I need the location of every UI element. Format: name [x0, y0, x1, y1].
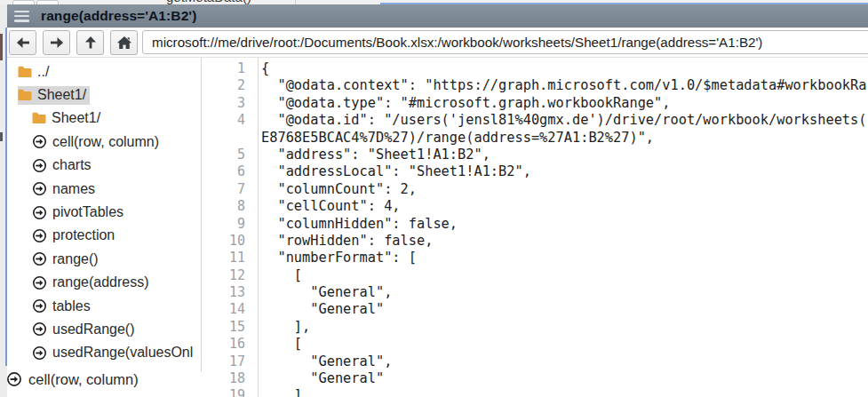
gutter-separator [258, 58, 259, 397]
forward-arrow-icon [48, 36, 66, 50]
sidebar-item-label: cell(row, column) [52, 134, 159, 150]
sidebar-item-label: ../ [37, 64, 49, 80]
sidebar-item-label: range(address) [52, 274, 149, 290]
sidebar-item-label: Sheet1/ [37, 87, 86, 103]
code-line: "columnCount": 2, [261, 181, 868, 198]
sidebar-item-sheet1[interactable]: Sheet1/ [7, 83, 201, 107]
sidebar-item-usedrange[interactable]: usedRange() [7, 318, 201, 341]
code-line: "@odata.context": "https://graph.microso… [261, 77, 868, 94]
code-line: [ [261, 267, 868, 284]
circle-arrow-icon [32, 134, 47, 149]
line-number: 14 [202, 301, 245, 318]
sidebar-item-range[interactable]: range() [7, 248, 201, 271]
sidebar-item-label: protection [52, 227, 115, 243]
folder-icon [18, 89, 32, 101]
circle-arrow-icon [32, 298, 47, 314]
line-number: 18 [202, 370, 245, 387]
code-line: { [261, 60, 868, 77]
sidebar-item-protection[interactable]: protection [7, 225, 201, 248]
menu-icon[interactable] [14, 11, 29, 22]
code-content: { "@odata.context": "https://graph.micro… [261, 60, 868, 397]
code-line: "General", [261, 353, 868, 370]
up-arrow-icon [84, 35, 98, 51]
background-fragment [0, 132, 3, 141]
line-number-gutter: 12345678910111213141516171819 [202, 60, 258, 397]
circle-arrow-icon [6, 371, 22, 387]
circle-arrow-icon [32, 181, 47, 196]
code-line: "@odata.type": "#microsoft.graph.workboo… [261, 95, 868, 112]
code-line: "columnHidden": false, [261, 216, 868, 233]
sidebar-item-label: names [52, 181, 95, 197]
window-title: range(address='A1:B2') [41, 8, 196, 24]
line-number: 2 [202, 77, 245, 94]
sidebar-item-label: tables [52, 298, 91, 314]
line-number: 12 [202, 267, 245, 284]
line-number: 15 [202, 319, 245, 336]
code-line: "General" [261, 301, 868, 318]
back-button[interactable] [9, 30, 36, 55]
circle-arrow-icon [32, 275, 47, 290]
code-line: "cellCount": 4, [261, 198, 868, 215]
line-number: 11 [202, 250, 245, 266]
circle-arrow-icon [32, 228, 47, 243]
back-arrow-icon [14, 36, 32, 50]
code-line: ] [261, 387, 868, 397]
circle-arrow-icon [32, 251, 47, 266]
line-number: 10 [202, 233, 245, 250]
code-line: "addressLocal": "Sheet1!A1:B2", [261, 163, 868, 180]
line-number: 7 [202, 181, 245, 198]
forward-button[interactable] [43, 30, 70, 55]
code-line: "address": "Sheet1!A1:B2", [261, 147, 868, 163]
sidebar-item-range-address[interactable]: range(address) [7, 272, 201, 295]
line-number: 13 [202, 284, 245, 301]
sidebar-item-[interactable]: ../ [7, 60, 201, 83]
home-icon [116, 36, 132, 50]
line-number: 3 [202, 95, 245, 112]
window-left-border [5, 28, 7, 366]
code-line: E8768E5BCAC4%7D%27)/range(address=%27A1:… [261, 130, 868, 147]
address-bar-input[interactable] [142, 30, 868, 54]
code-line: "@odata.id": "/users('jensl81%40gmx.de')… [261, 112, 868, 129]
circle-arrow-icon [32, 158, 47, 173]
line-number: 19 [202, 387, 245, 397]
background-link-label: cell(row, column) [28, 371, 139, 388]
background-fragment [0, 34, 3, 60]
sidebar-item-label: pivotTables [52, 204, 123, 220]
folder-icon [18, 66, 32, 78]
line-number: 8 [202, 198, 245, 215]
line-number: 9 [202, 216, 245, 233]
sidebar-item-cell-row-column[interactable]: cell(row, column) [7, 131, 201, 154]
home-button[interactable] [110, 30, 138, 55]
sidebar-item-sheet1[interactable]: Sheet1/ [7, 107, 201, 131]
circle-arrow-icon [32, 345, 47, 361]
code-line: "General" [261, 370, 868, 387]
sidebar-item-usedrange-valuesonl[interactable]: usedRange(valuesOnl [7, 342, 201, 365]
code-line: "numberFormat": [ [261, 250, 868, 266]
sidebar-item-pivottables[interactable]: pivotTables [7, 201, 201, 224]
json-viewer[interactable]: 12345678910111213141516171819 { "@odata.… [202, 58, 868, 397]
up-button[interactable] [76, 30, 104, 55]
line-number: 5 [202, 147, 245, 163]
sidebar-item-tables[interactable]: tables [7, 295, 201, 318]
code-line: [ [261, 336, 868, 353]
sidebar-item-label: usedRange() [52, 322, 135, 337]
line-number: 4 [202, 112, 245, 129]
resource-sidebar: ../ Sheet1/ Sheet1/ cell(row, column) ch… [7, 58, 202, 372]
circle-arrow-icon [32, 322, 47, 337]
sidebar-item-names[interactable]: names [7, 178, 201, 201]
circle-arrow-icon [32, 205, 47, 220]
folder-icon [32, 112, 46, 124]
line-number [202, 130, 245, 147]
sidebar-item-label: usedRange(valuesOnl [52, 345, 193, 361]
window-top-border [380, 3, 868, 4]
sidebar-item-charts[interactable]: charts [7, 155, 201, 178]
sidebar-item-label: range() [52, 251, 99, 267]
line-number: 6 [202, 163, 245, 180]
line-number: 1 [202, 60, 245, 77]
line-number: 16 [202, 336, 245, 353]
sidebar-item-label: Sheet1/ [52, 110, 100, 126]
code-line: ], [261, 319, 868, 336]
code-line: "rowHidden": false, [261, 233, 868, 250]
title-bar: range(address='A1:B2') [7, 4, 868, 28]
line-number: 17 [202, 353, 245, 370]
